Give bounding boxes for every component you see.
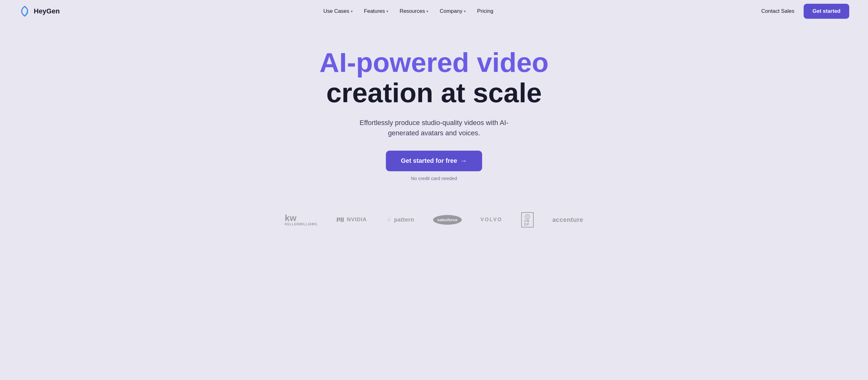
chevron-down-icon: ▾ bbox=[386, 9, 389, 13]
chevron-down-icon: ▾ bbox=[351, 9, 353, 13]
logo-undp: 🌐 UN DP bbox=[521, 212, 534, 228]
logo-pattern: ⚡ pattern bbox=[385, 216, 414, 223]
navbar: HeyGen Use Cases ▾ Features ▾ Resources … bbox=[0, 0, 868, 23]
logo-volvo: VOLVO bbox=[480, 217, 502, 222]
nav-get-started-button[interactable]: Get started bbox=[804, 4, 849, 19]
hero-cta-button[interactable]: Get started for free → bbox=[386, 151, 482, 171]
hero-section: AI-powered video creation at scale Effor… bbox=[0, 23, 868, 200]
logo-keller-williams: kw KELLERWILLIAMS. bbox=[285, 214, 318, 226]
logo-salesforce: salesforce bbox=[433, 215, 462, 225]
hero-cta-label: Get started for free bbox=[401, 157, 457, 164]
hero-title-line2: creation at scale bbox=[319, 78, 548, 108]
svg-rect-0 bbox=[337, 218, 338, 222]
nav-brand-name: HeyGen bbox=[34, 7, 60, 15]
svg-rect-2 bbox=[341, 218, 342, 222]
nav-use-cases[interactable]: Use Cases ▾ bbox=[319, 6, 357, 17]
logo-nvidia: NVIDIA bbox=[337, 217, 367, 223]
svg-rect-3 bbox=[342, 218, 344, 222]
nav-company[interactable]: Company ▾ bbox=[435, 6, 470, 17]
contact-sales-link[interactable]: Contact Sales bbox=[757, 6, 799, 17]
nvidia-symbol-icon bbox=[337, 217, 345, 222]
hero-title-line1: AI-powered video bbox=[319, 48, 548, 78]
hero-subtitle: Effortlessly produce studio-quality vide… bbox=[350, 118, 518, 138]
nav-links: Use Cases ▾ Features ▾ Resources ▾ Compa… bbox=[319, 6, 498, 17]
chevron-down-icon: ▾ bbox=[427, 9, 428, 13]
arrow-right-icon: → bbox=[460, 157, 467, 165]
svg-rect-1 bbox=[339, 218, 340, 221]
chevron-down-icon: ▾ bbox=[464, 9, 466, 13]
hero-no-credit-card: No credit card needed bbox=[411, 176, 457, 181]
nav-features[interactable]: Features ▾ bbox=[360, 6, 393, 17]
heygen-logo-icon bbox=[19, 5, 31, 17]
nav-actions: Contact Sales Get started bbox=[757, 4, 849, 19]
nav-pricing[interactable]: Pricing bbox=[473, 6, 498, 17]
partner-logos: kw KELLERWILLIAMS. NVIDIA ⚡ pattern sale… bbox=[0, 200, 868, 247]
logo-accenture: accenture bbox=[552, 216, 583, 223]
nav-logo[interactable]: HeyGen bbox=[19, 5, 60, 17]
hero-title: AI-powered video creation at scale bbox=[319, 48, 548, 108]
nav-resources[interactable]: Resources ▾ bbox=[395, 6, 433, 17]
